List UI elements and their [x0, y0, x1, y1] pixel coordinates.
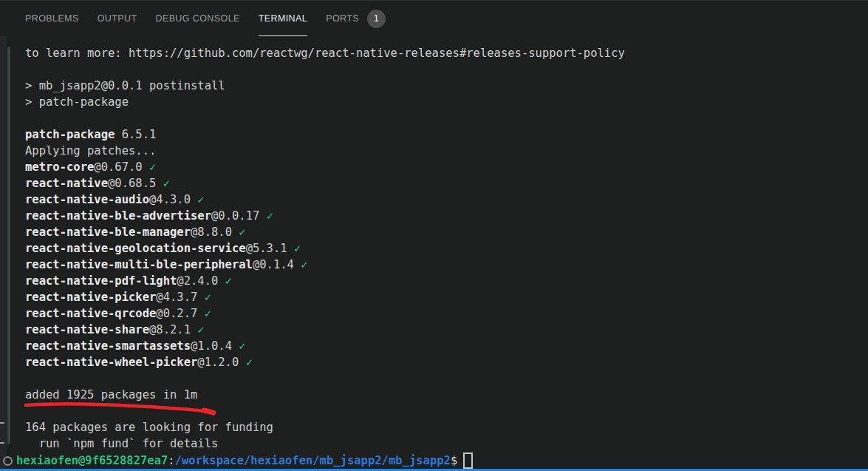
terminal-text: react-native-share: [25, 323, 149, 336]
terminal-text: @0.67.0: [94, 160, 149, 174]
check-icon: ✓: [239, 339, 245, 353]
terminal-left-gutter: [0, 36, 7, 471]
check-icon: ✓: [294, 242, 301, 255]
tab-problems[interactable]: PROBLEMS: [25, 1, 79, 36]
terminal-text: @0.68.5: [108, 177, 163, 190]
check-icon: ✓: [239, 226, 245, 239]
terminal-line: react-native-ble-advertiser@0.0.17 ✓: [25, 208, 625, 224]
terminal-line: [25, 370, 625, 387]
prompt-colon: :: [168, 454, 174, 467]
prompt-line: hexiaofen@9f6528827ea7:/workspace/hexiao…: [0, 452, 473, 470]
terminal-line: react-native-share@8.2.1 ✓: [25, 322, 625, 338]
check-icon: ✓: [267, 209, 273, 223]
terminal-line: > mb_jsapp2@0.0.1 postinstall: [25, 78, 625, 94]
terminal-text: react-native-ble-manager: [25, 226, 191, 239]
terminal-line: react-native@0.68.5 ✓: [25, 175, 625, 192]
terminal-line: [25, 110, 625, 126]
tab-label: PROBLEMS: [25, 13, 79, 24]
terminal-text: @4.3.7: [156, 291, 204, 304]
check-icon: ✓: [149, 160, 156, 174]
terminal-text: @1.2.0: [197, 356, 245, 369]
overview-ruler-mark: [0, 422, 4, 424]
terminal-text: react-native-multi-ble-peripheral: [25, 258, 253, 271]
check-icon: ✓: [225, 274, 232, 288]
prompt-path: /workspace/hexiaofen/mb_jsapp2/mb_jsapp2: [175, 454, 451, 467]
check-icon: ✓: [197, 193, 204, 206]
terminal-line: added 1925 packages in 1m: [25, 387, 625, 403]
terminal-line: react-native-picker@4.3.7 ✓: [25, 289, 625, 305]
terminal-text: @5.3.1: [246, 242, 294, 255]
terminal-line: react-native-smartassets@1.0.4 ✓: [25, 338, 625, 354]
terminal-text: Applying patches...: [25, 144, 156, 157]
prompt-user: hexiaofen@9f6528827ea7: [16, 454, 168, 467]
terminal-text: 6.5.1: [115, 128, 156, 141]
check-icon: ✓: [246, 356, 253, 369]
terminal-text: react-native-pdf-light: [25, 274, 177, 288]
ports-count-badge: 1: [367, 10, 386, 28]
command-decoration-icon[interactable]: [3, 456, 13, 466]
terminal-text: react-native-smartassets: [25, 339, 191, 353]
terminal-line: react-native-ble-manager@8.8.0 ✓: [25, 224, 625, 240]
terminal-text: run `npm fund` for details: [25, 437, 218, 450]
prompt-dollar: $: [451, 454, 457, 467]
terminal-line: patch-package 6.5.1: [25, 126, 625, 143]
terminal-text: react-native-picker: [25, 291, 156, 304]
terminal-cursor: [463, 453, 473, 469]
terminal-text: react-native-ble-advertiser: [25, 209, 211, 223]
terminal-text: > mb_jsapp2@0.0.1 postinstall: [25, 79, 225, 92]
terminal-text: react-native-geolocation-service: [25, 242, 246, 255]
terminal-text: @8.2.1: [149, 323, 197, 336]
check-icon: ✓: [197, 323, 204, 336]
terminal-line: react-native-wheel-picker@1.2.0 ✓: [25, 354, 625, 370]
tab-label: PORTS: [326, 13, 359, 24]
vscode-panel: PROBLEMSOUTPUTDEBUG CONSOLETERMINALPORTS…: [0, 0, 868, 471]
terminal-text: @4.3.0: [149, 193, 197, 206]
terminal-text: react-native-audio: [25, 193, 149, 206]
terminal-text: react-native-qrcode: [25, 307, 156, 320]
terminal-line: react-native-pdf-light@2.4.0 ✓: [25, 273, 625, 289]
terminal-text: metro-core: [25, 160, 94, 174]
terminal-text: @8.8.0: [191, 226, 239, 239]
tab-debug-console[interactable]: DEBUG CONSOLE: [155, 1, 239, 36]
tab-terminal[interactable]: TERMINAL: [259, 1, 307, 36]
terminal-line: 164 packages are looking for funding: [25, 419, 625, 436]
terminal-line: to learn more: https://github.com/reactw…: [25, 45, 625, 61]
terminal-line: metro-core@0.67.0 ✓: [25, 159, 625, 175]
terminal-line: [25, 403, 625, 419]
terminal-viewport[interactable]: to learn more: https://github.com/reactw…: [0, 36, 868, 471]
tab-label: OUTPUT: [98, 13, 137, 24]
panel-tab-bar: PROBLEMSOUTPUTDEBUG CONSOLETERMINALPORTS…: [0, 1, 868, 36]
terminal-line: react-native-multi-ble-peripheral@0.1.4 …: [25, 257, 625, 273]
check-icon: ✓: [163, 177, 170, 190]
tab-ports[interactable]: PORTS1: [326, 1, 386, 36]
terminal-line: [25, 61, 625, 78]
overview-ruler-mark: [0, 442, 4, 444]
check-icon: ✓: [301, 258, 307, 271]
terminal-text: patch-package: [25, 128, 115, 141]
terminal-text: @0.1.4: [253, 258, 301, 271]
terminal-text: added 1925 packages in 1m: [25, 388, 197, 401]
terminal-line: Applying patches...: [25, 143, 625, 159]
terminal-text: react-native-wheel-picker: [25, 356, 197, 369]
terminal-text: @1.0.4: [191, 339, 239, 353]
terminal-line: react-native-geolocation-service@5.3.1 ✓: [25, 240, 625, 257]
terminal-text: 164 packages are looking for funding: [25, 421, 273, 434]
terminal-text: to learn more: https://github.com/reactw…: [25, 47, 625, 60]
terminal-line: react-native-audio@4.3.0 ✓: [25, 192, 625, 208]
terminal-line: react-native-qrcode@0.2.7 ✓: [25, 305, 625, 322]
terminal-text: @0.2.7: [156, 307, 204, 320]
check-icon: ✓: [205, 307, 211, 320]
terminal-text: @0.0.17: [211, 209, 267, 223]
tab-output[interactable]: OUTPUT: [98, 1, 137, 36]
check-icon: ✓: [205, 291, 211, 304]
terminal-text: @2.4.0: [177, 274, 225, 288]
terminal-gutter-bar: [7, 47, 10, 444]
terminal-text: react-native: [25, 177, 108, 190]
terminal-line: > patch-package: [25, 94, 625, 110]
terminal-line: run `npm fund` for details: [25, 436, 625, 452]
tab-label: DEBUG CONSOLE: [155, 13, 239, 24]
terminal-text: > patch-package: [25, 95, 129, 109]
tab-label: TERMINAL: [259, 13, 307, 24]
terminal-output: to learn more: https://github.com/reactw…: [25, 45, 625, 452]
